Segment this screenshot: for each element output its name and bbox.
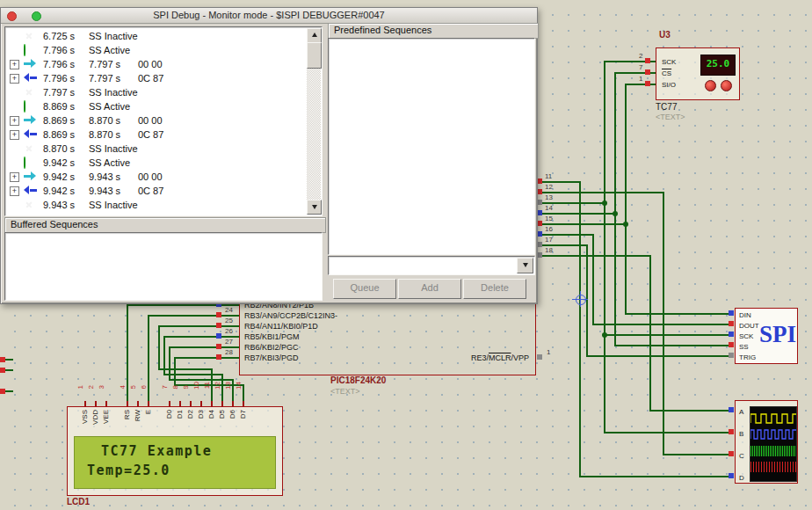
zoom-button[interactable] bbox=[32, 11, 41, 21]
combo-dropdown-button[interactable] bbox=[517, 258, 533, 273]
pin-state-indicator bbox=[537, 354, 542, 360]
expand-toggle-icon[interactable]: + bbox=[10, 60, 19, 69]
pin-state-indicator bbox=[729, 429, 734, 434]
sequence-combo-box[interactable] bbox=[328, 256, 535, 275]
pin-stub bbox=[84, 401, 86, 407]
spi-event-list[interactable]: 6.725 s SS Inactive 7.796 s SS Active + … bbox=[4, 26, 323, 216]
miso-left-arrow-icon bbox=[24, 186, 36, 195]
wire-junction bbox=[602, 200, 607, 206]
event-hex-bytes: 0C 87 bbox=[138, 73, 163, 84]
event-time: 7.797 s bbox=[43, 87, 75, 98]
spi-debugger-instrument[interactable]: DIN DOUT SCK SS TRIG SPI bbox=[735, 308, 798, 364]
pin-name: D6 bbox=[228, 410, 236, 419]
spi-pin-label: TRIG bbox=[739, 353, 756, 361]
expand-toggle-icon[interactable]: + bbox=[10, 74, 19, 84]
tc77-component[interactable]: SCK CS SI/O 25.0 bbox=[656, 47, 740, 100]
tc77-increment-button[interactable] bbox=[721, 80, 732, 91]
spi-event-row[interactable]: + 7.796 s 7.797 s 00 00 bbox=[6, 57, 306, 71]
buffered-sequences-header: Buffered Sequences bbox=[4, 217, 326, 233]
spi-event-row[interactable]: 7.796 s SS Active bbox=[6, 43, 306, 57]
wire-junction bbox=[613, 211, 618, 216]
wire bbox=[605, 61, 645, 62]
spi-event-row[interactable]: + 8.869 s 8.870 s 00 00 bbox=[6, 113, 306, 128]
spi-event-row[interactable]: + 9.942 s 9.943 s 00 00 bbox=[6, 170, 306, 184]
buffered-sequences-panel[interactable] bbox=[4, 232, 323, 301]
pin-name: RB6/KBI2/PGC bbox=[244, 343, 299, 352]
pin-number: 11 bbox=[545, 172, 552, 180]
pin-number: 7 bbox=[161, 385, 169, 389]
event-hex-bytes: 0C 87 bbox=[138, 129, 163, 140]
wire bbox=[5, 390, 13, 392]
predefined-sequences-panel[interactable] bbox=[328, 38, 535, 255]
expand-toggle-icon[interactable]: + bbox=[10, 186, 19, 196]
spi-event-row[interactable]: + 7.796 s 7.797 s 0C 87 bbox=[6, 71, 306, 85]
pin-stub bbox=[221, 357, 239, 359]
wire bbox=[243, 384, 244, 401]
tc77-pin-label-sio: SI/O bbox=[662, 81, 676, 90]
wire bbox=[605, 432, 729, 434]
pin-state-indicator bbox=[729, 310, 734, 316]
expand-toggle-icon[interactable]: + bbox=[10, 116, 19, 126]
pin-name: E bbox=[144, 410, 152, 414]
add-button[interactable]: Add bbox=[398, 279, 461, 299]
pic-text-placeholder: <TEXT> bbox=[330, 387, 360, 396]
event-text: SS Inactive bbox=[89, 200, 138, 210]
scrollbar-thumb[interactable] bbox=[307, 42, 322, 69]
wire bbox=[127, 304, 216, 306]
pin-number: 13 bbox=[545, 193, 553, 201]
expand-toggle-icon[interactable]: + bbox=[10, 172, 19, 182]
tc77-decrement-button[interactable] bbox=[705, 80, 716, 91]
lcd-line-2: Temp=25.0 bbox=[87, 463, 275, 478]
pin-stub bbox=[650, 61, 656, 62]
mosi-right-arrow-icon bbox=[24, 115, 36, 125]
pin-number: 12 bbox=[214, 382, 221, 390]
wire bbox=[592, 234, 594, 325]
event-hex-bytes: 0C 87 bbox=[138, 186, 163, 196]
spi-event-row[interactable]: 8.870 s SS Inactive bbox=[6, 142, 306, 156]
pin-name-part: RE3/ bbox=[471, 353, 489, 362]
ss-active-icon bbox=[24, 44, 25, 56]
pin-name: D0 bbox=[165, 410, 173, 419]
ss-active-icon bbox=[24, 100, 25, 113]
pin-name: RS bbox=[123, 410, 131, 419]
oscilloscope-instrument[interactable]: A B C D bbox=[735, 400, 798, 484]
pin-number: 5 bbox=[129, 385, 137, 389]
spi-event-row[interactable]: 7.797 s SS Inactive bbox=[6, 85, 306, 99]
event-time: 7.796 s bbox=[43, 45, 75, 55]
wire bbox=[164, 336, 216, 338]
spi-event-row[interactable]: + 8.869 s 8.870 s 0C 87 bbox=[6, 128, 306, 142]
pin-number: 3 bbox=[98, 385, 105, 389]
scroll-down-button[interactable] bbox=[307, 200, 322, 215]
event-time: 8.869 s bbox=[43, 129, 75, 140]
spi-event-row[interactable]: 9.943 s SS Inactive bbox=[6, 198, 306, 212]
pin-number: 18 bbox=[545, 246, 553, 254]
delete-button[interactable]: Delete bbox=[463, 279, 526, 299]
lcd-line-1: TC77 Example bbox=[101, 443, 275, 459]
pin-number: 17 bbox=[545, 236, 553, 244]
wire-junction bbox=[623, 222, 628, 227]
pin-number: 13 bbox=[224, 382, 232, 390]
scroll-up-button[interactable] bbox=[307, 28, 322, 43]
wire bbox=[5, 359, 13, 361]
pin-number: 7 bbox=[639, 63, 642, 71]
spi-pin-label: DOUT bbox=[739, 322, 759, 330]
spi-event-row[interactable]: 9.942 s SS Active bbox=[6, 156, 306, 170]
spi-debug-window[interactable]: SPI Debug - Monitor mode - $ISPI DEBUGGE… bbox=[0, 7, 538, 304]
pin-number: 15 bbox=[545, 215, 553, 222]
vertical-scrollbar[interactable] bbox=[307, 28, 321, 215]
close-button[interactable] bbox=[7, 11, 17, 21]
pin-state-indicator bbox=[729, 451, 734, 456]
proteus-schematic-canvas[interactable]: 23 24 25 26 27 28 RB2/AN8/INT2/P1B RB3/A… bbox=[0, 0, 812, 510]
miso-left-arrow-icon bbox=[24, 129, 36, 139]
pin-name-part-overline: MCLR bbox=[489, 353, 511, 362]
expand-toggle-icon[interactable]: + bbox=[10, 130, 19, 140]
pin-name: VSS bbox=[81, 410, 89, 424]
queue-button[interactable]: Queue bbox=[333, 279, 396, 299]
spi-event-row[interactable]: + 9.942 s 9.943 s 0C 87 bbox=[6, 184, 306, 198]
lcd-ref-label: LCD1 bbox=[67, 497, 90, 506]
spi-event-row[interactable]: 6.725 s SS Inactive bbox=[6, 29, 306, 43]
pin-number: 1 bbox=[547, 348, 550, 356]
window-titlebar[interactable]: SPI Debug - Monitor mode - $ISPI DEBUGGE… bbox=[1, 8, 537, 24]
spi-event-row[interactable]: 8.869 s SS Active bbox=[6, 99, 306, 113]
event-time-end: 9.943 s bbox=[89, 186, 120, 196]
